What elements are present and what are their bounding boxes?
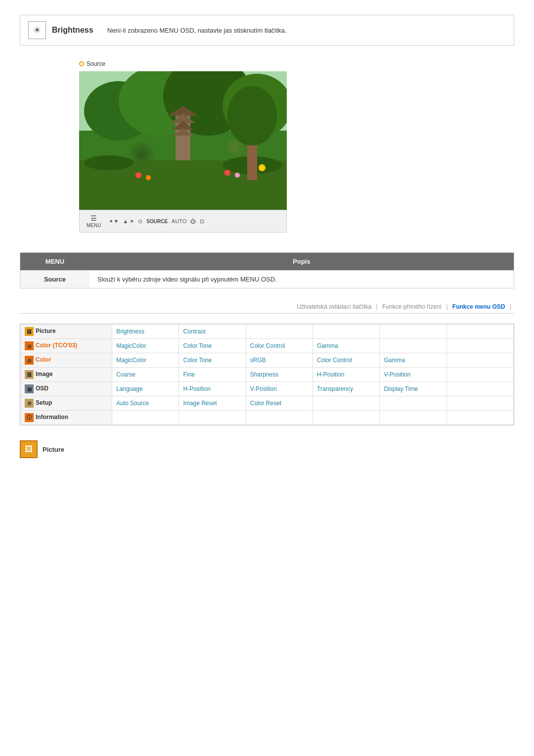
menu-grid: 🖼PictureBrightnessContrast◎Color (TCO'03… <box>20 324 514 425</box>
nav-sep-1: | <box>376 303 379 310</box>
menu-grid-cell[interactable]: Color Tone <box>179 339 246 353</box>
header-description: Není-li zobrazeno MENU OSD, nastavte jas… <box>107 27 287 34</box>
menu-grid-cell <box>446 325 513 339</box>
menu-grid-cell[interactable]: Transparency <box>313 382 380 396</box>
menu-grid-cell[interactable]: Brightness <box>112 325 179 339</box>
extra-btn[interactable]: ⊡ <box>200 218 204 225</box>
picture-icon: 🖼 <box>25 445 33 454</box>
menu-grid-cell[interactable]: Language <box>112 382 179 396</box>
source-btn[interactable]: ⊙ <box>138 218 142 225</box>
menu-grid-cell[interactable]: H-Position <box>313 368 380 382</box>
menu-grid-cell[interactable]: Color Control <box>313 353 380 368</box>
nav-links: Uživatelská ovládací tlačítka | Funkce p… <box>20 303 514 314</box>
menu-grid-cell[interactable]: Color Control <box>246 339 312 353</box>
info-table: MENU Popis Source Slouží k výběru zdroje… <box>20 252 514 288</box>
menu-grid-row: ◎Color (TCO'03)MagicColorColor ToneColor… <box>21 339 514 353</box>
menu-grid-cell <box>446 339 513 353</box>
picture-icon-box: 🖼 <box>20 440 38 458</box>
menu-grid-cell[interactable]: Contrast <box>179 325 246 339</box>
menu-grid-label[interactable]: 🖼Picture <box>21 325 112 339</box>
menu-grid-cell <box>446 368 513 382</box>
menu-grid-cell[interactable]: Gamma <box>313 339 380 353</box>
menu-grid-cell <box>446 411 513 425</box>
menu-grid-cell[interactable]: V-Position <box>246 382 312 396</box>
header-section: ☀ Brightness Není-li zobrazeno MENU OSD,… <box>20 15 514 46</box>
menu-grid-cell[interactable]: Image Reset <box>179 396 246 411</box>
monitor-screen <box>79 71 287 210</box>
menu-grid-cell[interactable]: Display Time <box>380 382 446 396</box>
source-label: Source <box>79 60 514 67</box>
menu-button[interactable]: ☰ MENU <box>87 214 101 228</box>
nav-sep-2: | <box>446 303 449 310</box>
nav-sep-3: | <box>510 303 511 310</box>
menu-grid-label[interactable]: ⚙Setup <box>21 396 112 411</box>
auto-btn[interactable]: AUTO <box>172 218 186 224</box>
menu-row-label-text: Image <box>36 371 53 378</box>
menu-grid-cell <box>380 396 446 411</box>
menu-grid-cell[interactable]: Auto Source <box>112 396 179 411</box>
menu-grid-cell <box>380 325 446 339</box>
picture-footer: 🖼 Picture <box>20 440 514 458</box>
brightness-btn[interactable]: ✦▼ <box>109 218 119 225</box>
svg-point-19 <box>227 86 277 145</box>
menu-grid-cell[interactable]: V-Position <box>380 368 446 382</box>
menu-grid-row: ▣OSDLanguageH-PositionV-PositionTranspar… <box>21 382 514 396</box>
menu-row-label-text: Color <box>36 356 51 363</box>
menu-row-label-text: Information <box>36 414 68 421</box>
menu-grid-cell[interactable]: Color Tone <box>179 353 246 368</box>
control-buttons: ✦▼ ▲ ✦ ⊙ SOURCE AUTO ⏻ ⊡ <box>109 218 204 225</box>
menu-row-icon: ▣ <box>25 384 34 393</box>
nav-item-2[interactable]: Funkce přímého řízení <box>382 303 442 310</box>
nav-item-1[interactable]: Uživatelská ovládací tlačítka <box>297 303 371 310</box>
menu-grid-cell <box>246 325 312 339</box>
up-btn[interactable]: ▲ ✦ <box>123 218 134 225</box>
menu-grid-label[interactable]: ◎Color <box>21 353 112 368</box>
menu-grid-label[interactable]: 🖼Image <box>21 368 112 382</box>
menu-row-label-text: Color (TCO'03) <box>36 342 77 349</box>
menu-grid-cell <box>380 339 446 353</box>
menu-grid-cell[interactable]: Gamma <box>380 353 446 368</box>
menu-grid-cell <box>313 411 380 425</box>
menu-grid-cell[interactable]: MagicColor <box>112 339 179 353</box>
menu-grid-cell <box>446 396 513 411</box>
menu-row-icon: ⚙ <box>25 399 34 408</box>
brightness-icon: ☀ <box>28 21 46 39</box>
source-circle-icon <box>79 61 84 66</box>
menu-grid-label[interactable]: ▣OSD <box>21 382 112 396</box>
menu-icon: ☰ <box>90 214 97 222</box>
menu-grid-label[interactable]: ◎Color (TCO'03) <box>21 339 112 353</box>
menu-grid-cell[interactable]: Coarse <box>112 368 179 382</box>
menu-row-icon: ⓘ <box>25 413 34 422</box>
svg-point-17 <box>259 164 266 171</box>
menu-row-label-text: OSD <box>36 385 48 392</box>
menu-grid-cell <box>112 411 179 425</box>
table-row: Source Slouží k výběru zdroje video sign… <box>20 271 514 288</box>
svg-point-11 <box>84 155 134 170</box>
svg-point-14 <box>146 175 151 180</box>
menu-grid-cell[interactable]: sRGB <box>246 353 312 368</box>
nav-item-3[interactable]: Funkce menu OSD <box>452 303 505 310</box>
menu-grid-cell[interactable]: MagicColor <box>112 353 179 368</box>
menu-grid-cell <box>446 353 513 368</box>
table-cell-menu: Source <box>20 271 89 288</box>
picture-footer-label: Picture <box>43 446 64 453</box>
svg-point-13 <box>135 172 141 178</box>
header-title: Brightness <box>52 26 101 35</box>
menu-grid-cell[interactable]: Fine <box>179 368 246 382</box>
menu-label: MENU <box>87 223 101 228</box>
menu-grid-label[interactable]: ⓘInformation <box>21 411 112 425</box>
menu-grid-row: ⓘInformation <box>21 411 514 425</box>
menu-grid-cell <box>246 411 312 425</box>
power-btn[interactable]: ⏻ <box>190 218 196 224</box>
menu-grid-cell <box>313 325 380 339</box>
menu-grid-cell[interactable]: Color Reset <box>246 396 312 411</box>
menu-row-icon: 🖼 <box>25 327 34 336</box>
menu-grid-cell[interactable]: Sharpness <box>246 368 312 382</box>
source-ctrl-label: SOURCE <box>146 219 168 224</box>
monitor-wrapper: ☰ MENU ✦▼ ▲ ✦ ⊙ SOURCE AUTO ⏻ ⊡ <box>79 71 287 233</box>
menu-row-label-text: Picture <box>36 328 56 334</box>
menu-row-icon: 🖼 <box>25 370 34 379</box>
menu-grid-cell[interactable]: H-Position <box>179 382 246 396</box>
menu-row-icon: ◎ <box>25 356 34 365</box>
menu-grid-cell <box>179 411 246 425</box>
